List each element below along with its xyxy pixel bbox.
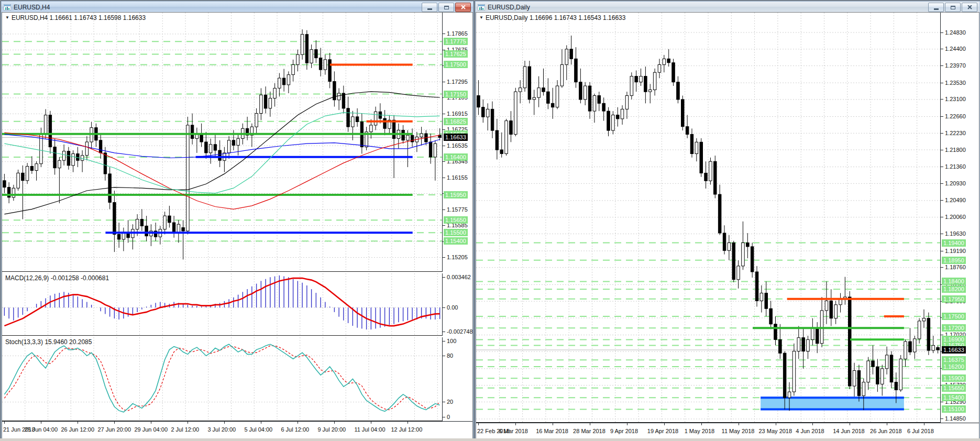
stoch-tick-label: 20	[447, 399, 453, 405]
chart-window-icon	[478, 4, 485, 10]
time-axis[interactable]: 22 Feb 20186 Mar 201816 Mar 201828 Mar 2…	[476, 423, 979, 439]
chart-content: ▼EURUSD,Daily 1.16696 1.16743 1.16543 1.…	[476, 13, 979, 439]
time-tick-label: 11 Jul 04:00	[354, 426, 385, 433]
price-chart-canvas[interactable]: ▼EURUSD,Daily 1.16696 1.16743 1.16543 1.…	[476, 13, 940, 423]
stochastic-label: Stoch(13,3,3) 15.9460 20.2085	[5, 338, 92, 346]
macd-label: MACD(12,26,9) -0.001258 -0.000681	[5, 274, 109, 282]
window-title: EURUSD,H4	[14, 4, 50, 11]
time-tick-label: 6 Jul 2018	[907, 428, 934, 434]
stochastic-pane[interactable]: Stoch(13,3,3) 15.9460 20.2085	[2, 337, 442, 421]
ohlc-label[interactable]: ▼EURUSD,Daily 1.16696 1.16743 1.16543 1.…	[479, 14, 625, 21]
close-icon	[461, 5, 466, 9]
time-tick-label: 6 Jul 12:00	[281, 426, 309, 433]
level-price-label: 1.15650	[942, 384, 966, 392]
time-tick	[515, 423, 516, 425]
restore-button[interactable]	[945, 3, 961, 12]
macd-tick-label: 0.003462	[447, 274, 471, 281]
window-titlebar[interactable]: EURUSD,Daily	[476, 2, 979, 13]
time-tick-label: 27 Jun 20:00	[97, 426, 131, 433]
time-tick	[298, 422, 298, 424]
time-tick	[812, 423, 813, 425]
time-tick	[887, 423, 887, 425]
price-tick-label: 1.23100	[945, 96, 966, 103]
time-tick-label: 1 May 2018	[685, 428, 714, 434]
macd-pane[interactable]: MACD(12,26,9) -0.001258 -0.000681	[2, 273, 442, 336]
time-tick	[114, 422, 115, 424]
level-price-label: 1.15400	[942, 394, 966, 401]
level-price-label: 1.17500	[444, 61, 468, 68]
price-tick-label: 1.19190	[945, 248, 966, 255]
time-axis[interactable]: 21 Jun 201825 Jun 04:0026 Jun 12:0027 Ju…	[2, 421, 472, 439]
time-tick-label: 26 Jun 12:00	[61, 426, 94, 433]
price-axis[interactable]: 1.248301.244001.239701.235301.231001.226…	[940, 13, 979, 423]
close-icon	[967, 5, 972, 9]
price-tick-label: 1.15775	[447, 206, 468, 213]
price-chart-canvas[interactable]: ▼EURUSD,H4 1.16661 1.16743 1.16598 1.166…	[2, 13, 442, 272]
chart-window-eurusd-h4[interactable]: EURUSD,H4 ▼EURUSD,H4 1.16661 1.16743 1.1…	[1, 1, 474, 440]
window-title: EURUSD,Daily	[488, 4, 530, 11]
level-price-label: 1.15500	[444, 229, 468, 236]
time-tick	[627, 423, 627, 425]
chart-window-eurusd-daily[interactable]: EURUSD,Daily ▼EURUSD,Daily 1.16696 1.167…	[475, 1, 980, 440]
price-axis[interactable]: 1.178651.176751.174851.172951.171051.169…	[442, 13, 472, 272]
time-tick-label: 14 Jun 2018	[833, 428, 865, 434]
level-price-label: 1.16375	[942, 356, 966, 363]
price-tick-label: 1.14850	[945, 415, 966, 422]
time-tick	[151, 422, 151, 424]
time-tick	[553, 423, 553, 425]
window-titlebar[interactable]: EURUSD,H4	[2, 2, 473, 13]
time-tick	[334, 422, 335, 424]
symbol-dropdown-icon[interactable]: ▼	[5, 15, 9, 20]
time-tick	[4, 422, 5, 424]
ohlc-label[interactable]: ▼EURUSD,H4 1.16661 1.16743 1.16598 1.166…	[5, 14, 146, 21]
price-tick-label: 1.15205	[447, 254, 468, 261]
level-price-label: 1.17625	[444, 50, 468, 58]
time-tick	[224, 422, 225, 424]
time-tick	[590, 423, 590, 425]
stochastic-axis[interactable]: 10080200	[442, 337, 472, 421]
minimize-button[interactable]	[422, 3, 437, 12]
time-tick-label: 26 Jun 2018	[870, 428, 902, 434]
level-price-label: 1.16200	[942, 363, 966, 370]
price-tick-label: 1.23530	[945, 80, 966, 86]
workspace-background	[0, 438, 980, 441]
price-tick-label: 1.23970	[945, 62, 966, 69]
time-tick	[924, 423, 924, 425]
time-tick-label: 2 Jul 12:00	[171, 426, 199, 433]
level-price-label: 1.18400	[942, 278, 966, 285]
time-tick	[261, 422, 261, 424]
level-price-label: 1.16400	[444, 153, 468, 161]
time-tick-label: 16 Mar 2018	[536, 428, 568, 434]
time-tick	[188, 422, 188, 424]
macd-axis[interactable]: 0.0034620.00-0.002748	[442, 273, 472, 336]
close-button[interactable]	[962, 3, 977, 12]
time-tick-label: 3 Jul 20:00	[207, 426, 236, 433]
symbol-dropdown-icon[interactable]: ▼	[479, 15, 483, 20]
time-tick-label: 9 Apr 2018	[610, 428, 638, 434]
level-price-label: 1.15400	[444, 237, 468, 245]
time-tick	[41, 422, 41, 424]
minimize-icon	[934, 8, 939, 10]
level-price-label: 1.17950	[942, 295, 966, 303]
time-tick	[78, 422, 78, 424]
price-tick-label: 1.18760	[945, 264, 966, 271]
minimize-button[interactable]	[928, 3, 944, 12]
level-price-label: 1.17775	[444, 38, 468, 45]
time-tick-label: 28 Mar 2018	[573, 428, 605, 434]
level-price-label: 1.18200	[942, 285, 966, 293]
restore-button[interactable]	[438, 3, 454, 12]
time-tick-label: 12 Jul 12:00	[391, 426, 422, 433]
time-tick	[664, 423, 665, 425]
ohlc-values: EURUSD,H4 1.16661 1.16743 1.16598 1.1663…	[12, 14, 146, 21]
level-price-label: 1.15100	[942, 405, 966, 413]
price-tick-label: 1.16915	[447, 111, 468, 117]
close-button[interactable]	[455, 3, 471, 12]
price-tick-label: 1.21360	[945, 163, 966, 170]
restore-icon	[951, 6, 955, 9]
price-tick-label: 1.17295	[447, 79, 468, 85]
time-tick-label: 11 May 2018	[722, 428, 755, 434]
ohlc-values: EURUSD,Daily 1.16696 1.16743 1.16543 1.1…	[486, 14, 626, 21]
price-tick-label: 1.17865	[447, 30, 468, 37]
stoch-tick-label: 100	[447, 338, 456, 345]
stoch-tick-label: 0	[447, 414, 450, 421]
